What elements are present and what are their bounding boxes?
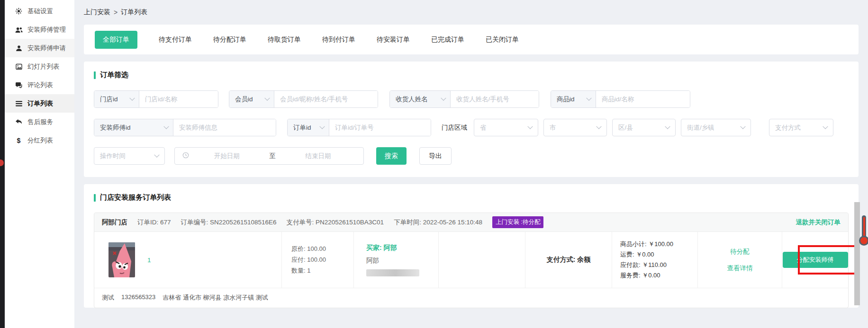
breadcrumb-parent[interactable]: 上门安装 bbox=[84, 8, 110, 17]
order-address-row: 测试 1326565323 吉林省 通化市 柳河县 凉水河子镇 测试 bbox=[94, 288, 848, 308]
sidebar-item-slideshow-list[interactable]: 幻灯片列表 bbox=[5, 57, 74, 76]
order-list-card: 门店安装服务订单列表 阿部门店 订单ID: 677 订单编号: SN220526… bbox=[84, 184, 859, 308]
sidebar-item-basic-settings[interactable]: 基础设置 bbox=[5, 2, 74, 20]
order-no-input[interactable] bbox=[329, 119, 431, 136]
tab-pending-install[interactable]: 待安装订单 bbox=[377, 35, 410, 44]
op-time-select[interactable]: 操作时间 bbox=[94, 147, 165, 165]
sidebar: 基础设置 安装师傅管理 安装师傅申请 幻灯片列表 评论列表 订单列表 售后服 bbox=[5, 0, 74, 328]
status-column: 待分配 查看详情 bbox=[698, 232, 782, 288]
tab-all-orders[interactable]: 全部订单 bbox=[95, 31, 137, 49]
order-id: 订单ID: 677 bbox=[137, 218, 171, 227]
chevron-down-icon bbox=[441, 95, 446, 100]
refund-close-order-link[interactable]: 退款并关闭订单 bbox=[796, 218, 841, 227]
scroll-indicator-ball[interactable] bbox=[859, 236, 868, 246]
date-range-picker[interactable]: 开始日期 至 结束日期 bbox=[174, 147, 364, 165]
member-id-select[interactable]: 会员id bbox=[229, 91, 274, 107]
tab-closed[interactable]: 已关闭订单 bbox=[486, 35, 519, 44]
breadcrumb: 上门安装 > 订单列表 bbox=[84, 0, 859, 25]
export-button[interactable]: 导出 bbox=[419, 147, 452, 165]
order-header: 阿部门店 订单ID: 677 订单编号: SN22052615108516E6 … bbox=[94, 213, 848, 232]
store-id-select[interactable]: 门店id bbox=[94, 91, 139, 107]
sidebar-item-label: 售后服务 bbox=[27, 118, 53, 126]
end-date-input[interactable]: 结束日期 bbox=[280, 152, 356, 160]
assign-installer-button[interactable]: 分配安装师傅 bbox=[783, 252, 848, 268]
price-payable: 应付: 100.00 bbox=[291, 256, 353, 264]
region-district-select[interactable]: 区/县 bbox=[612, 119, 676, 136]
sidebar-item-installer-management[interactable]: 安装师傅管理 bbox=[5, 20, 74, 39]
sidebar-item-installer-application[interactable]: 安装师傅申请 bbox=[5, 39, 74, 57]
price-original: 原价: 100.00 bbox=[291, 245, 353, 253]
sidebar-item-label: 评论列表 bbox=[27, 81, 53, 89]
action-column: 分配安装师傅 bbox=[782, 232, 848, 288]
sidebar-item-order-list[interactable]: 订单列表 bbox=[5, 94, 74, 113]
title-accent-bar bbox=[94, 194, 96, 202]
chevron-down-icon bbox=[586, 95, 591, 100]
filter-row-2: 安装师傅id 订单id 门店区域 省 市 区/县 街道/乡镇 bbox=[94, 119, 849, 136]
date-range-separator: 至 bbox=[264, 152, 280, 160]
view-details-link[interactable]: 查看详情 bbox=[727, 264, 753, 273]
product-qty: 1 bbox=[147, 257, 151, 264]
dollar-icon: $ bbox=[15, 137, 23, 144]
chevron-down-icon bbox=[740, 124, 745, 129]
tab-pending-payment[interactable]: 待支付订单 bbox=[159, 35, 192, 44]
installer-id-select[interactable]: 安装师傅id bbox=[94, 119, 173, 136]
order-id-select[interactable]: 订单id bbox=[288, 119, 329, 136]
region-province-select[interactable]: 省 bbox=[474, 119, 538, 136]
chevron-down-icon bbox=[665, 124, 670, 129]
order-sn: 订单编号: SN22052615108516E6 bbox=[181, 218, 277, 227]
tab-completed[interactable]: 已完成订单 bbox=[431, 35, 464, 44]
order-filter-card: 订单筛选 门店id 会员id 收货人姓名 bbox=[84, 62, 859, 177]
filter-section-title: 订单筛选 bbox=[94, 71, 849, 80]
receiver-phone: 1326565323 bbox=[121, 293, 155, 302]
tab-pending-cod[interactable]: 待到付订单 bbox=[322, 35, 355, 44]
clock-icon bbox=[182, 152, 189, 160]
filter-row-1: 门店id 会员id 收货人姓名 商品id bbox=[94, 90, 849, 108]
sidebar-item-comment-list[interactable]: 评论列表 bbox=[5, 76, 74, 94]
comment-icon bbox=[15, 82, 23, 89]
list-icon bbox=[15, 101, 23, 106]
amount-service-fee: 服务费: ￥0.00 bbox=[620, 271, 697, 280]
order-list-section-title: 门店安装服务订单列表 bbox=[94, 193, 849, 202]
order-store-name: 阿部门店 bbox=[102, 218, 127, 227]
reply-icon bbox=[15, 119, 23, 125]
sidebar-item-label: 幻灯片列表 bbox=[27, 62, 60, 71]
buyer-title: 买家: 阿部 bbox=[366, 244, 438, 252]
product-thumbnail[interactable] bbox=[108, 242, 135, 277]
chevron-down-icon bbox=[264, 95, 270, 100]
member-keyword-input[interactable] bbox=[274, 91, 378, 107]
amount-shipping: 运费: ￥0.00 bbox=[620, 250, 697, 259]
filter-row-3: 操作时间 开始日期 至 结束日期 搜索 导出 bbox=[94, 147, 849, 165]
sidebar-item-label: 订单列表 bbox=[27, 99, 53, 108]
tab-pending-pickup[interactable]: 待取货订单 bbox=[268, 35, 301, 44]
chevron-down-icon bbox=[527, 124, 533, 129]
sidebar-item-label: 安装师傅管理 bbox=[27, 26, 66, 34]
order-status-tabs: 全部订单 待支付订单 待分配订单 待取货订单 待到付订单 待安装订单 已完成订单… bbox=[84, 25, 859, 54]
sidebar-item-dividend-list[interactable]: $ 分红列表 bbox=[5, 131, 74, 150]
sidebar-item-after-sales[interactable]: 售后服务 bbox=[5, 113, 74, 131]
installer-info-input[interactable] bbox=[173, 119, 276, 136]
payment-method-column: 支付方式: 余额 bbox=[525, 232, 612, 288]
receiver-name-select[interactable]: 收货人姓名 bbox=[390, 91, 451, 107]
buyer-column: 买家: 阿部 阿部 bbox=[354, 232, 439, 288]
left-edge-strip bbox=[0, 0, 5, 328]
region-label: 门店区域 bbox=[442, 124, 467, 132]
search-button[interactable]: 搜索 bbox=[376, 147, 407, 165]
product-keyword-input[interactable] bbox=[596, 91, 690, 107]
payment-method-select[interactable]: 支付方式 bbox=[769, 119, 833, 136]
store-keyword-input[interactable] bbox=[139, 91, 218, 107]
receiver-keyword-input[interactable] bbox=[451, 91, 539, 107]
scrollbar-track[interactable] bbox=[854, 202, 860, 305]
price-column: 原价: 100.00 应付: 100.00 数量: 1 bbox=[282, 232, 354, 288]
sidebar-item-label: 分红列表 bbox=[27, 136, 53, 145]
price-quantity: 数量: 1 bbox=[291, 266, 353, 275]
breadcrumb-separator: > bbox=[114, 9, 118, 16]
receiver-region: 吉林省 通化市 柳河县 凉水河子镇 测试 bbox=[163, 293, 268, 302]
image-icon bbox=[15, 63, 23, 70]
region-city-select[interactable]: 市 bbox=[543, 119, 607, 136]
product-id-select[interactable]: 商品id bbox=[551, 91, 596, 107]
tab-pending-assign[interactable]: 待分配订单 bbox=[213, 35, 246, 44]
start-date-input[interactable]: 开始日期 bbox=[189, 152, 264, 160]
region-street-select[interactable]: 街道/乡镇 bbox=[681, 119, 751, 136]
product-column: 1 bbox=[94, 232, 282, 288]
payment-method: 支付方式: 余额 bbox=[547, 256, 591, 264]
